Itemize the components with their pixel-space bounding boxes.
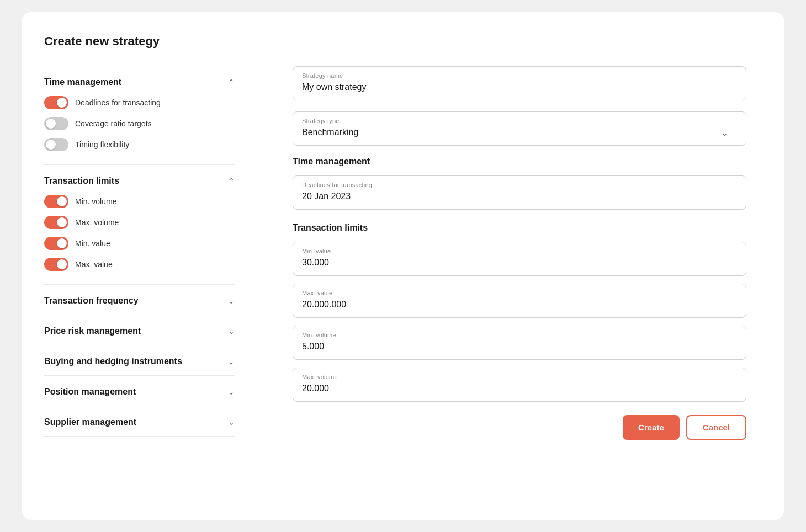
section-transaction-limits-header[interactable]: Transaction limits ⌃: [44, 165, 235, 195]
min-volume-input[interactable]: [302, 342, 737, 352]
toggle-timing-label: Timing flexibility: [75, 140, 129, 149]
chevron-down-icon-5: ⌄: [228, 418, 235, 427]
cancel-button[interactable]: Cancel: [686, 415, 746, 440]
deadlines-label: Deadlines for transacting: [302, 182, 737, 188]
strategy-type-select-wrapper: Benchmarking Hedging Fixed price ⌄: [302, 127, 737, 137]
left-panel: Time management ⌃ Deadlines for transact…: [44, 66, 248, 498]
toggle-min-value-label: Min. value: [75, 239, 110, 248]
chevron-down-icon-1: ⌄: [228, 296, 235, 305]
strategy-type-group: Strategy type Benchmarking Hedging Fixed…: [293, 111, 746, 146]
section-transaction-frequency: Transaction frequency ⌄: [44, 285, 235, 315]
modal-title: Create new strategy: [44, 34, 757, 49]
toggle-coverage-label: Coverage ratio targets: [75, 119, 152, 128]
section-transaction-frequency-header[interactable]: Transaction frequency ⌄: [44, 285, 235, 315]
toggle-min-value[interactable]: [44, 237, 68, 250]
section-time-management: Time management ⌃ Deadlines for transact…: [44, 66, 235, 165]
section-buying-hedging: Buying and hedging instruments ⌄: [44, 345, 235, 376]
chevron-down-icon-4: ⌄: [228, 387, 235, 396]
time-management-heading: Time management: [293, 157, 746, 167]
section-position-management-title: Position management: [44, 387, 136, 397]
max-value-label: Max. value: [302, 290, 737, 296]
toggle-max-value-row: Max. value: [44, 258, 235, 271]
toggle-min-volume-row: Min. volume: [44, 195, 235, 208]
max-volume-input[interactable]: [302, 384, 737, 393]
toggle-deadlines-label: Deadlines for transacting: [75, 98, 161, 107]
max-value-input[interactable]: [302, 300, 737, 310]
strategy-name-input[interactable]: [302, 82, 737, 92]
section-price-risk-title: Price risk management: [44, 326, 141, 336]
section-time-management-header[interactable]: Time management ⌃: [44, 66, 235, 96]
toggle-max-value-label: Max. value: [75, 260, 113, 269]
max-volume-label: Max. volume: [302, 374, 737, 380]
section-buying-hedging-title: Buying and hedging instruments: [44, 357, 182, 366]
transaction-limits-form-section: Transaction limits Min. value Max. value…: [293, 223, 746, 402]
create-strategy-modal: Create new strategy Time management ⌃ De…: [22, 12, 784, 520]
right-panel: Strategy name Strategy type Benchmarking…: [248, 66, 757, 498]
section-price-risk: Price risk management ⌄: [44, 315, 235, 345]
toggle-timing-row: Timing flexibility: [44, 138, 235, 151]
create-button[interactable]: Create: [623, 415, 680, 440]
toggle-deadlines[interactable]: [44, 96, 68, 109]
section-transaction-frequency-title: Transaction frequency: [44, 296, 139, 306]
section-transaction-limits-title: Transaction limits: [44, 176, 119, 186]
toggle-coverage-row: Coverage ratio targets: [44, 117, 235, 130]
min-volume-field-wrapper: Min. volume: [293, 326, 746, 360]
toggle-max-volume-row: Max. volume: [44, 216, 235, 229]
toggle-max-volume-label: Max. volume: [75, 218, 119, 227]
max-volume-field-wrapper: Max. volume: [293, 368, 746, 402]
transaction-limits-heading: Transaction limits: [293, 223, 746, 233]
strategy-name-group: Strategy name: [293, 66, 746, 100]
section-buying-hedging-header[interactable]: Buying and hedging instruments ⌄: [44, 345, 235, 375]
section-transaction-limits: Transaction limits ⌃ Min. volume Max.: [44, 165, 235, 285]
toggle-min-value-row: Min. value: [44, 237, 235, 250]
max-value-field-wrapper: Max. value: [293, 284, 746, 318]
section-time-management-title: Time management: [44, 77, 121, 87]
deadlines-field-wrapper: Deadlines for transacting: [293, 175, 746, 210]
section-price-risk-header[interactable]: Price risk management ⌄: [44, 315, 235, 345]
section-position-management-header[interactable]: Position management ⌄: [44, 376, 235, 406]
section-supplier-management-title: Supplier management: [44, 417, 136, 427]
strategy-type-select[interactable]: Benchmarking Hedging Fixed price: [302, 127, 737, 137]
toggle-deadlines-row: Deadlines for transacting: [44, 96, 235, 109]
chevron-up-icon: ⌃: [228, 78, 235, 87]
chevron-up-icon-2: ⌃: [228, 177, 235, 185]
section-position-management: Position management ⌄: [44, 376, 235, 406]
chevron-down-icon-3: ⌄: [228, 357, 235, 366]
time-management-form-section: Time management Deadlines for transactin…: [293, 157, 746, 210]
chevron-down-icon-2: ⌄: [228, 327, 235, 336]
toggle-min-volume[interactable]: [44, 195, 68, 208]
min-value-label: Min. value: [302, 248, 737, 254]
section-supplier-management: Supplier management ⌄: [44, 406, 235, 437]
min-volume-label: Min. volume: [302, 332, 737, 338]
toggle-max-volume[interactable]: [44, 216, 68, 229]
toggle-min-volume-label: Min. volume: [75, 197, 116, 206]
footer-buttons: Create Cancel: [293, 415, 746, 440]
strategy-name-label: Strategy name: [302, 72, 737, 79]
toggle-max-value[interactable]: [44, 258, 68, 271]
section-supplier-management-header[interactable]: Supplier management ⌄: [44, 406, 235, 436]
content-layout: Time management ⌃ Deadlines for transact…: [44, 66, 757, 498]
toggle-coverage[interactable]: [44, 117, 68, 130]
strategy-type-label: Strategy type: [302, 118, 737, 124]
strategy-type-field-wrapper: Strategy type Benchmarking Hedging Fixed…: [293, 111, 746, 146]
min-value-input[interactable]: [302, 258, 737, 268]
strategy-name-field-wrapper: Strategy name: [293, 66, 746, 100]
toggle-timing[interactable]: [44, 138, 68, 151]
min-value-field-wrapper: Min. value: [293, 242, 746, 276]
deadlines-input[interactable]: [302, 191, 737, 201]
